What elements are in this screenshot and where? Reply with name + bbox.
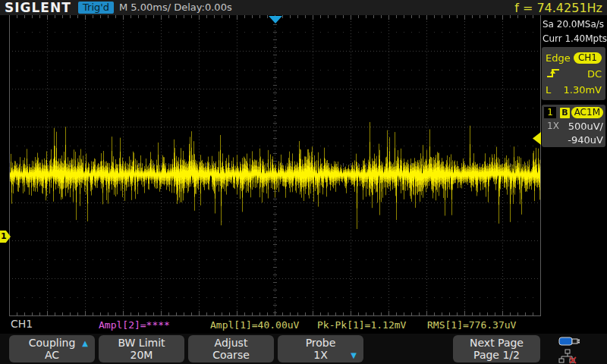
adjust-button-label: Adjust <box>188 337 274 349</box>
trigger-level-value: 1.30mV <box>563 84 602 96</box>
trigger-coupling-label: DC <box>587 68 602 80</box>
oscilloscope-screen: SIGLENT Trig'd M 5.00ms/ Delay:0.00s f =… <box>0 0 607 364</box>
bw-limit-button-label: BW Limit <box>99 337 184 349</box>
adjust-button-value: Coarse <box>188 349 274 361</box>
frequency-counter: f = 74.4251Hz <box>514 0 602 17</box>
trigger-type-label: Edge <box>546 52 571 64</box>
adjust-button[interactable]: Adjust Coarse <box>188 335 274 362</box>
timebase-readout[interactable]: M 5.00ms/ Delay:0.00s <box>119 0 232 15</box>
next-page-button-value: Page 1/2 <box>453 349 540 361</box>
memory-depth-readout: Curr 1.40Mpts <box>543 33 607 44</box>
arrow-icon: ▼ <box>351 351 357 359</box>
probe-button[interactable]: Probe 1X ▼ <box>278 335 363 362</box>
measurement-ampl1: Ampl[1]=40.00uV <box>210 319 299 331</box>
measurement-pkpk1: Pk-Pk[1]=1.12mV <box>317 319 406 331</box>
trigger-panel[interactable]: Edge CH1 DC L 1.30mV <box>542 47 605 100</box>
channel-offset-readout: -940uV <box>568 134 603 146</box>
header-bar: SIGLENT Trig'd M 5.00ms/ Delay:0.00s f =… <box>0 0 607 15</box>
measurement-bar: CH1 Ampl[2]=**** Ampl[1]=40.00uV Pk-Pk[1… <box>0 316 541 334</box>
status-icons <box>558 335 604 364</box>
bandwidth-limit-badge: B <box>560 108 569 118</box>
trigger-level-label: L <box>546 84 551 96</box>
coupling-button[interactable]: Coupling AC ▲ <box>9 335 95 362</box>
probe-attenuation-label: 1X <box>547 121 559 131</box>
sample-rate-readout: Sa 20.0MSa/s <box>543 19 604 30</box>
waveform-display <box>0 15 541 316</box>
rising-edge-icon <box>546 67 561 82</box>
brand-logo: SIGLENT <box>5 0 71 15</box>
measurement-ampl2: Ampl[2]=**** <box>99 319 170 331</box>
softkey-menu-bar: Coupling AC ▲ BW Limit 20M Adjust Coarse… <box>0 334 607 364</box>
active-channel-label: CH1 <box>11 318 33 330</box>
bw-limit-button-value: 20M <box>99 349 184 361</box>
sidebar: Sa 20.0MSa/s Curr 1.40Mpts Edge CH1 DC L… <box>541 15 607 316</box>
next-page-button-label: Next Page <box>453 337 540 349</box>
waveform-canvas <box>0 15 541 316</box>
input-coupling-badge: AC1M <box>571 107 603 118</box>
trigger-status-badge: Trig'd <box>78 2 114 14</box>
channel-number-chip: 1 <box>544 107 556 118</box>
lan-disconnected-icon <box>558 349 604 364</box>
measurement-rms1: RMS[1]=776.37uV <box>427 319 516 331</box>
bw-limit-button[interactable]: BW Limit 20M <box>99 335 184 362</box>
coupling-button-value: AC <box>9 349 95 361</box>
channel1-panel[interactable]: 1 B AC1M 1X 500uV/ -940uV <box>542 105 605 147</box>
arrow-icon: ▲ <box>82 339 88 347</box>
volts-per-div-readout: 500uV/ <box>568 121 603 132</box>
trigger-position-marker[interactable] <box>269 16 282 24</box>
probe-button-label: Probe <box>278 337 363 349</box>
next-page-button[interactable]: Next Page Page 1/2 <box>453 335 540 362</box>
trigger-source-badge: CH1 <box>574 52 602 64</box>
